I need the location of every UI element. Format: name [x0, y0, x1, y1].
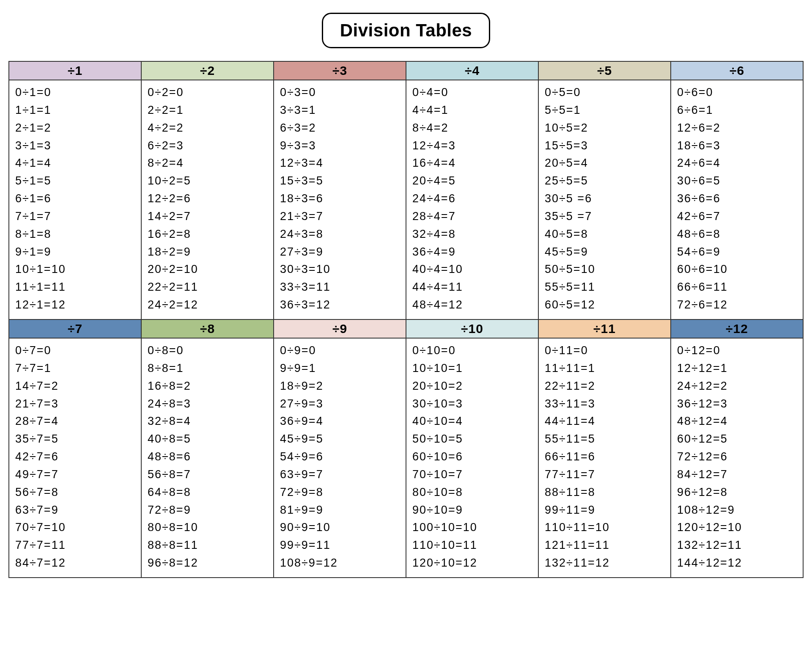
equation: 88÷8=11	[148, 537, 267, 554]
equation: 22÷2=11	[148, 278, 267, 296]
equation: 14÷7=2	[15, 377, 135, 395]
cell-div-10: 0÷10=010÷10=120÷10=230÷10=340÷10=450÷10=…	[406, 338, 538, 578]
equation: 0÷2=0	[148, 84, 267, 102]
equation: 108÷12=9	[677, 501, 797, 519]
cell-div-7: 0÷7=07÷7=114÷7=221÷7=328÷7=435÷7=542÷7=6…	[9, 338, 141, 578]
equation: 40÷8=5	[148, 430, 267, 448]
equation: 54÷9=6	[280, 448, 400, 466]
equation: 0÷12=0	[677, 342, 797, 360]
equation: 8÷8=1	[148, 360, 267, 377]
equation: 22÷11=2	[545, 377, 664, 395]
equation: 121÷11=11	[545, 537, 664, 554]
equation: 5÷5=1	[545, 102, 664, 119]
equation: 42÷7=6	[15, 448, 135, 466]
equation: 96÷12=8	[677, 484, 797, 501]
equation: 7÷1=7	[15, 208, 135, 226]
equation: 35÷7=5	[15, 430, 135, 448]
equation: 6÷3=2	[280, 119, 400, 137]
equation: 100÷10=10	[412, 519, 532, 537]
header-div-3: ÷3	[274, 61, 406, 80]
equation: 8÷4=2	[412, 119, 532, 137]
equation: 24÷4=6	[412, 190, 532, 208]
equation: 56÷7=8	[15, 484, 135, 501]
equation: 72÷6=12	[677, 296, 797, 314]
equation: 10÷10=1	[412, 360, 532, 377]
equation: 21÷7=3	[15, 395, 135, 413]
equation: 84÷12=7	[677, 466, 797, 484]
cell-div-4: 0÷4=04÷4=18÷4=212÷4=316÷4=420÷4=524÷4=62…	[406, 80, 538, 319]
equation: 25÷5=5	[545, 172, 664, 190]
equation: 81÷9=9	[280, 501, 400, 519]
equation: 48÷12=4	[677, 413, 797, 430]
equation: 120÷12=10	[677, 519, 797, 537]
equation: 72÷12=6	[677, 448, 797, 466]
equation: 80÷10=8	[412, 484, 532, 501]
equation: 10÷2=5	[148, 172, 267, 190]
header-div-1: ÷1	[9, 61, 141, 80]
equation: 32÷8=4	[148, 413, 267, 430]
equation: 55÷11=5	[545, 430, 664, 448]
equation: 132÷12=11	[677, 537, 797, 554]
cell-div-8: 0÷8=08÷8=116÷8=224÷8=332÷8=440÷8=548÷8=6…	[141, 338, 274, 578]
equation: 6÷6=1	[677, 102, 797, 119]
equation: 15÷5=3	[545, 137, 664, 155]
cell-div-3: 0÷3=03÷3=16÷3=29÷3=312÷3=415÷3=518÷3=621…	[274, 80, 406, 319]
equation: 63÷7=9	[15, 501, 135, 519]
equation: 24÷3=8	[280, 226, 400, 243]
equation: 44÷4=11	[412, 278, 532, 296]
equation: 12÷3=4	[280, 154, 400, 172]
cell-div-2: 0÷2=02÷2=14÷2=26÷2=38÷2=410÷2=512÷2=614÷…	[141, 80, 274, 319]
equation: 110÷11=10	[545, 519, 664, 537]
equation: 8÷1=8	[15, 226, 135, 243]
equation: 35÷5 =7	[545, 208, 664, 226]
equation: 44÷11=4	[545, 413, 664, 430]
equation: 0÷8=0	[148, 342, 267, 360]
equation: 12÷2=6	[148, 190, 267, 208]
title-container: Division Tables	[8, 13, 804, 48]
equation: 60÷5=12	[545, 296, 664, 314]
equation: 12÷1=12	[15, 296, 135, 314]
equation: 84÷7=12	[15, 554, 135, 572]
equation: 18÷3=6	[280, 190, 400, 208]
equation: 7÷7=1	[15, 360, 135, 377]
equation: 40÷4=10	[412, 261, 532, 278]
equation: 72÷8=9	[148, 501, 267, 519]
equation: 9÷9=1	[280, 360, 400, 377]
equation: 16÷8=2	[148, 377, 267, 395]
equation: 48÷6=8	[677, 226, 797, 243]
division-table-grid: ÷1 ÷2 ÷3 ÷4 ÷5 ÷6 0÷1=01÷1=12÷1=23÷1=34÷…	[8, 61, 804, 578]
equation: 88÷11=8	[545, 484, 664, 501]
header-div-11: ÷11	[538, 319, 671, 338]
equation: 0÷1=0	[15, 84, 135, 102]
equation: 12÷12=1	[677, 360, 797, 377]
equation: 20÷10=2	[412, 377, 532, 395]
header-div-9: ÷9	[274, 319, 406, 338]
equation: 70÷7=10	[15, 519, 135, 537]
equation: 0÷7=0	[15, 342, 135, 360]
equation: 0÷4=0	[412, 84, 532, 102]
equation: 15÷3=5	[280, 172, 400, 190]
equation: 45÷5=9	[545, 243, 664, 261]
equation: 9÷1=9	[15, 243, 135, 261]
header-div-7: ÷7	[9, 319, 141, 338]
equation: 18÷6=3	[677, 137, 797, 155]
equation: 9÷3=3	[280, 137, 400, 155]
equation: 40÷10=4	[412, 413, 532, 430]
equation: 24÷12=2	[677, 377, 797, 395]
equation: 12÷4=3	[412, 137, 532, 155]
equation: 28÷4=7	[412, 208, 532, 226]
equation: 20÷5=4	[545, 154, 664, 172]
equation: 110÷10=11	[412, 537, 532, 554]
equation: 24÷2=12	[148, 296, 267, 314]
equation: 70÷10=7	[412, 466, 532, 484]
equation: 72÷9=8	[280, 484, 400, 501]
equation: 10÷5=2	[545, 119, 664, 137]
equation: 77÷11=7	[545, 466, 664, 484]
equation: 11÷11=1	[545, 360, 664, 377]
equation: 27÷9=3	[280, 395, 400, 413]
equation: 24÷8=3	[148, 395, 267, 413]
equation: 108÷9=12	[280, 554, 400, 572]
equation: 55÷5=11	[545, 278, 664, 296]
equation: 120÷10=12	[412, 554, 532, 572]
header-div-10: ÷10	[406, 319, 538, 338]
